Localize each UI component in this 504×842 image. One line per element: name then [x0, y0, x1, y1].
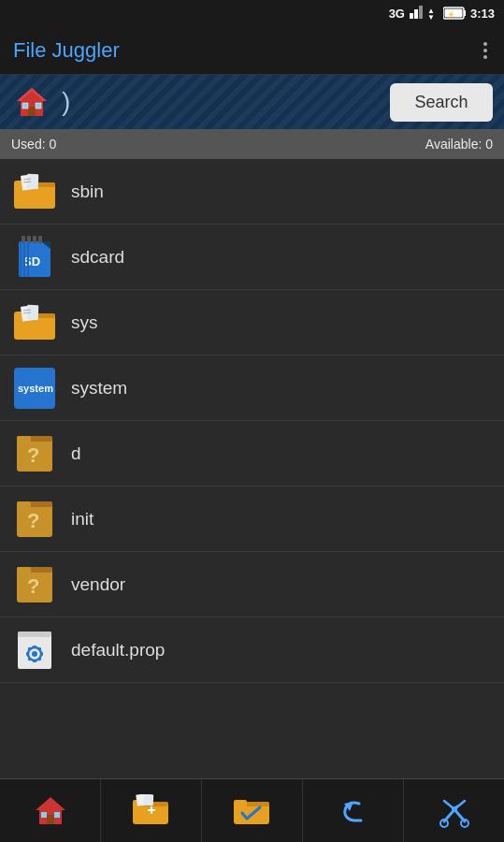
folder-icon	[13, 170, 56, 213]
list-item[interactable]: sbin	[0, 159, 504, 225]
used-storage: Used: 0	[11, 137, 56, 152]
new-folder-icon	[133, 794, 170, 828]
network-indicator: 3G	[389, 7, 405, 21]
svg-text:?: ?	[27, 574, 39, 598]
svg-rect-72	[151, 806, 152, 814]
file-name: vendor	[71, 574, 125, 595]
file-name: default.prop	[71, 640, 165, 661]
file-name: sbin	[71, 181, 104, 202]
file-name: d	[71, 443, 81, 464]
battery-icon: ⚡	[443, 7, 468, 20]
toolbar-select-button[interactable]	[202, 779, 303, 842]
undo-icon	[337, 794, 370, 828]
svg-rect-66	[41, 812, 47, 818]
overflow-dot	[483, 42, 487, 46]
tools-icon	[437, 793, 472, 829]
svg-marker-0	[410, 13, 413, 19]
svg-marker-2	[419, 6, 423, 19]
svg-rect-59	[40, 652, 43, 656]
svg-rect-6	[464, 10, 466, 16]
toolbar-new-folder-button[interactable]	[101, 779, 202, 842]
svg-text:SD: SD	[23, 254, 40, 269]
toolbar-tools-button[interactable]	[404, 779, 504, 842]
status-icons: 3G ▲ ▼ ⚡ 3:13	[389, 6, 495, 21]
svg-rect-57	[33, 660, 36, 662]
file-list: sbin SD	[0, 159, 504, 778]
svg-rect-26	[38, 236, 42, 243]
svg-rect-56	[33, 646, 36, 648]
list-item[interactable]: ? init	[0, 486, 504, 552]
home-toolbar-icon	[34, 794, 67, 828]
svg-marker-1	[414, 9, 418, 19]
overflow-dot	[483, 55, 487, 59]
svg-rect-67	[54, 812, 60, 818]
prop-file-icon	[13, 629, 56, 672]
svg-rect-53	[18, 632, 51, 637]
breadcrumb-chevron: )	[62, 87, 70, 117]
sdcard-icon: SD	[13, 236, 56, 279]
svg-rect-74	[143, 794, 152, 806]
svg-rect-65	[47, 815, 54, 824]
storage-info-bar: Used: 0 Available: 0	[0, 129, 504, 159]
title-bar: File Juggler	[0, 26, 504, 75]
svg-rect-12	[22, 103, 28, 109]
file-name: sys	[71, 312, 98, 333]
toolbar-home-button[interactable]	[0, 779, 101, 842]
home-nav-button[interactable]	[11, 81, 52, 123]
list-item[interactable]: SD sdcard	[0, 225, 504, 290]
navigation-bar: ) Search	[0, 75, 504, 129]
search-button[interactable]: Search	[390, 83, 493, 122]
svg-rect-25	[33, 236, 36, 243]
unknown-icon: ?	[13, 498, 56, 541]
file-name: sdcard	[71, 247, 124, 268]
list-item[interactable]: sys	[0, 290, 504, 356]
svg-rect-10	[28, 107, 36, 116]
bottom-toolbar	[0, 778, 504, 842]
svg-line-83	[454, 801, 465, 809]
svg-line-82	[444, 801, 454, 809]
list-item[interactable]: ? vendor	[0, 552, 504, 617]
app-title: File Juggler	[13, 38, 120, 63]
clock: 3:13	[470, 7, 495, 21]
system-icon: system	[13, 367, 56, 410]
unknown-icon: ?	[13, 432, 56, 475]
list-item[interactable]: system system	[0, 356, 504, 421]
svg-rect-58	[26, 652, 29, 656]
signal-icon	[408, 6, 425, 21]
svg-text:⚡: ⚡	[447, 10, 455, 19]
svg-rect-13	[36, 103, 41, 109]
overflow-dot	[483, 49, 487, 52]
svg-point-55	[32, 651, 37, 657]
toolbar-undo-button[interactable]	[303, 779, 404, 842]
status-bar: 3G ▲ ▼ ⚡ 3:13	[0, 0, 504, 26]
unknown-icon: ?	[13, 563, 56, 606]
folder-icon	[13, 301, 56, 344]
svg-text:system: system	[18, 383, 53, 394]
select-icon	[234, 794, 271, 828]
svg-text:?: ?	[27, 443, 39, 467]
main-content: ) Search Used: 0 Available: 0 s	[0, 75, 504, 842]
available-storage: Available: 0	[425, 137, 493, 152]
list-item[interactable]: default.prop	[0, 617, 504, 683]
home-icon	[14, 84, 50, 120]
svg-text:▼: ▼	[427, 13, 435, 21]
file-name: system	[71, 378, 127, 399]
signal-arrows-icon: ▲ ▼	[427, 6, 440, 21]
list-item[interactable]: ? d	[0, 421, 504, 486]
svg-text:?: ?	[27, 509, 39, 532]
svg-rect-77	[234, 800, 247, 807]
file-name: init	[71, 509, 94, 530]
overflow-menu-button[interactable]	[480, 38, 491, 63]
